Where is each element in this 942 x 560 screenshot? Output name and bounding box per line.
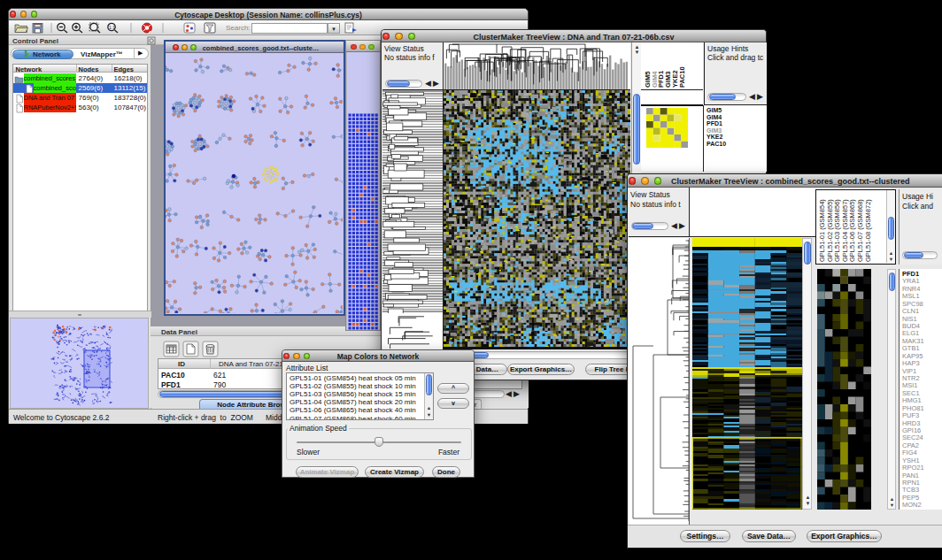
svg-text:PAC10: PAC10 <box>678 66 686 88</box>
svg-text:GPL51-08 (GSM872): GPL51-08 (GSM872) <box>864 199 872 262</box>
svg-text:1:1: 1:1 <box>109 25 115 30</box>
